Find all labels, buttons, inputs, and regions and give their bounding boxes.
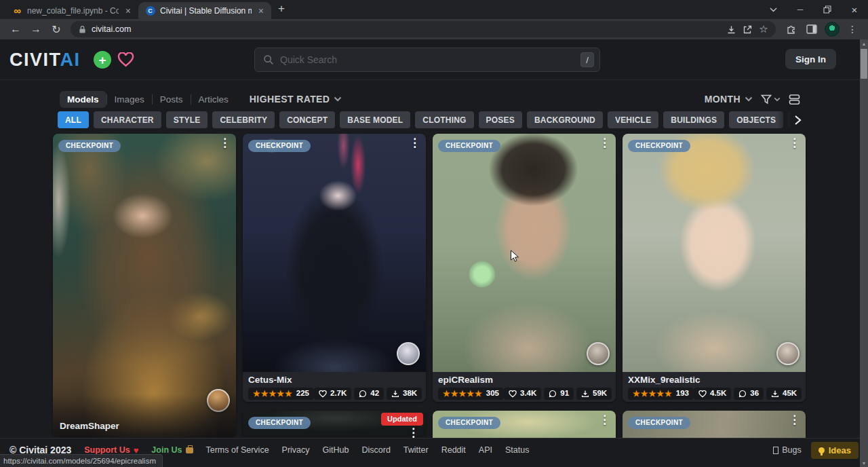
github-link[interactable]: GitHub xyxy=(323,445,349,455)
card-menu-icon[interactable]: ⋮ xyxy=(789,137,800,150)
chip-background[interactable]: BACKGROUND xyxy=(527,111,603,128)
comments-pill[interactable]: 36 xyxy=(734,388,764,400)
address-url[interactable]: civitai.com xyxy=(92,24,723,34)
civitai-logo[interactable]: CIVITAI xyxy=(9,50,81,70)
likes-pill[interactable]: 4.5K xyxy=(694,388,731,400)
tab-images[interactable]: Images xyxy=(107,91,152,108)
back-icon[interactable]: ← xyxy=(7,20,24,38)
chip-clothing[interactable]: CLOTHING xyxy=(415,111,473,128)
model-card-partial[interactable]: CHECKPOINT Updated ⋮ xyxy=(243,411,426,438)
chips-scroll-right-icon[interactable] xyxy=(777,111,802,128)
tab-colab[interactable]: ∞ new_colab_file.ipynb - Colaborat × xyxy=(5,2,138,19)
search-input[interactable] xyxy=(280,54,580,65)
downloads-pill[interactable]: 45K xyxy=(766,388,802,400)
downloads-pill[interactable]: 38K xyxy=(387,388,422,400)
sidebar-icon[interactable] xyxy=(803,20,821,38)
likes-pill[interactable]: 3.4K xyxy=(504,388,541,400)
rating-count: 305 xyxy=(486,390,499,398)
chip-base-model[interactable]: BASE MODEL xyxy=(340,111,410,128)
twitter-link[interactable]: Twitter xyxy=(403,445,429,455)
tab-title: new_colab_file.ipynb - Colaborat xyxy=(27,6,119,16)
tab-close-icon[interactable]: × xyxy=(123,5,133,16)
scroll-up-icon[interactable]: ▲ xyxy=(860,39,868,48)
model-card-epicrealism[interactable]: CHECKPOINT ⋮ epiCRealism ★★★★★ 305 xyxy=(433,134,616,402)
sort-dropdown[interactable]: HIGHEST RATED xyxy=(250,94,342,105)
model-card-cetus-mix[interactable]: CHECKPOINT ⋮ Cetus-Mix ★★★★★ 225 xyxy=(243,134,426,402)
browser-toolbar: ← → ↻ civitai.com ☆ ⋮ xyxy=(0,19,868,39)
chip-character[interactable]: CHARACTER xyxy=(94,111,161,128)
reload-icon[interactable]: ↻ xyxy=(47,20,65,38)
new-tab-button[interactable]: + xyxy=(278,2,285,16)
window-close-icon[interactable]: × xyxy=(841,0,868,19)
model-card-partial[interactable]: CHECKPOINT ⋮ xyxy=(623,411,806,438)
tab-posts[interactable]: Posts xyxy=(153,91,191,108)
scroll-down-icon[interactable]: ▼ xyxy=(860,459,868,467)
checkpoint-badge: CHECKPOINT xyxy=(58,140,121,152)
model-title: XXMix_9realistic xyxy=(628,375,800,386)
favorites-heart-icon[interactable] xyxy=(117,51,134,69)
likes-pill[interactable]: 2.7K xyxy=(314,388,351,400)
creator-avatar[interactable] xyxy=(776,342,800,365)
chip-style[interactable]: STYLE xyxy=(166,111,208,128)
scrollbar-thumb[interactable] xyxy=(861,49,867,79)
chip-poses[interactable]: POSES xyxy=(479,111,522,128)
discord-link[interactable]: Discord xyxy=(361,445,390,455)
card-menu-icon[interactable]: ⋮ xyxy=(599,137,610,150)
chip-vehicle[interactable]: VEHICLE xyxy=(608,111,658,128)
restore-icon[interactable] xyxy=(814,0,841,19)
ideas-button[interactable]: Ideas xyxy=(811,442,859,459)
creator-avatar[interactable] xyxy=(397,342,420,365)
main-content: Models Images Posts Articles HIGHEST RAT… xyxy=(0,80,868,438)
extensions-icon[interactable] xyxy=(783,20,800,38)
share-icon[interactable] xyxy=(739,22,755,37)
bugs-link[interactable]: Bugs xyxy=(773,445,802,455)
tab-articles[interactable]: Articles xyxy=(191,91,236,108)
chip-buildings[interactable]: BUILDINGS xyxy=(663,111,724,128)
card-menu-icon[interactable]: ⋮ xyxy=(409,137,420,150)
minimize-icon[interactable]: ─ xyxy=(787,0,814,19)
sign-in-button[interactable]: Sign In xyxy=(785,49,836,69)
rating-count: 225 xyxy=(296,390,309,398)
browser-profile-avatar[interactable] xyxy=(823,20,841,38)
api-link[interactable]: API xyxy=(479,445,492,455)
chip-celebrity[interactable]: CELEBRITY xyxy=(212,111,275,128)
creator-avatar[interactable] xyxy=(587,342,610,365)
comments-pill[interactable]: 42 xyxy=(354,388,384,400)
model-card-grid: CHECKPOINT ⋮ DreamShaper CHECKPOINT ⋮ Ce xyxy=(53,134,806,438)
quick-search-bar[interactable]: / xyxy=(254,48,600,72)
model-card-xxmix[interactable]: CHECKPOINT ⋮ XXMix_9realistic ★★★★★ 193 xyxy=(623,134,806,402)
tab-civitai[interactable]: C Civitai | Stable Diffusion models, × xyxy=(138,2,271,19)
card-menu-icon[interactable]: ⋮ xyxy=(219,137,231,150)
chip-all[interactable]: ALL xyxy=(58,111,89,128)
reddit-link[interactable]: Reddit xyxy=(441,445,466,455)
status-link[interactable]: Status xyxy=(505,445,529,455)
card-menu-icon[interactable]: ⋮ xyxy=(599,414,610,427)
card-menu-icon[interactable]: ⋮ xyxy=(408,427,419,438)
join-us-link[interactable]: Join Us xyxy=(151,445,193,455)
download-page-icon[interactable] xyxy=(723,22,739,37)
address-bar[interactable]: civitai.com ☆ xyxy=(71,21,776,37)
filter-dropdown[interactable] xyxy=(761,94,781,105)
model-card-partial[interactable]: CHECKPOINT ⋮ xyxy=(433,411,616,438)
period-dropdown[interactable]: MONTH xyxy=(705,94,753,105)
comments-pill[interactable]: 91 xyxy=(544,388,574,400)
terms-link[interactable]: Terms of Service xyxy=(206,445,269,455)
tab-models[interactable]: Models xyxy=(60,91,106,108)
browser-menu-icon[interactable]: ⋮ xyxy=(844,20,861,38)
tab-close-icon[interactable]: × xyxy=(256,5,266,16)
add-model-button[interactable]: + xyxy=(94,51,111,69)
status-url-tooltip: https://civitai.com/models/25694/epicrea… xyxy=(0,454,163,467)
civitai-favicon: C xyxy=(145,5,155,16)
chip-objects[interactable]: OBJECTS xyxy=(729,111,783,128)
layout-toggle-icon[interactable] xyxy=(789,94,800,105)
tab-search-chevron-icon[interactable] xyxy=(760,0,787,19)
model-card-dreamshaper[interactable]: CHECKPOINT ⋮ DreamShaper xyxy=(53,134,236,438)
downloads-pill[interactable]: 59K xyxy=(576,388,612,400)
card-menu-icon[interactable]: ⋮ xyxy=(789,414,800,427)
bookmark-star-icon[interactable]: ☆ xyxy=(755,22,772,37)
browser-tabstrip: ∞ new_colab_file.ipynb - Colaborat × C C… xyxy=(0,0,868,19)
privacy-link[interactable]: Privacy xyxy=(282,445,310,455)
page-scrollbar[interactable]: ▲ ▼ xyxy=(860,39,868,467)
chip-concept[interactable]: CONCEPT xyxy=(279,111,335,128)
forward-icon[interactable]: → xyxy=(27,20,45,38)
